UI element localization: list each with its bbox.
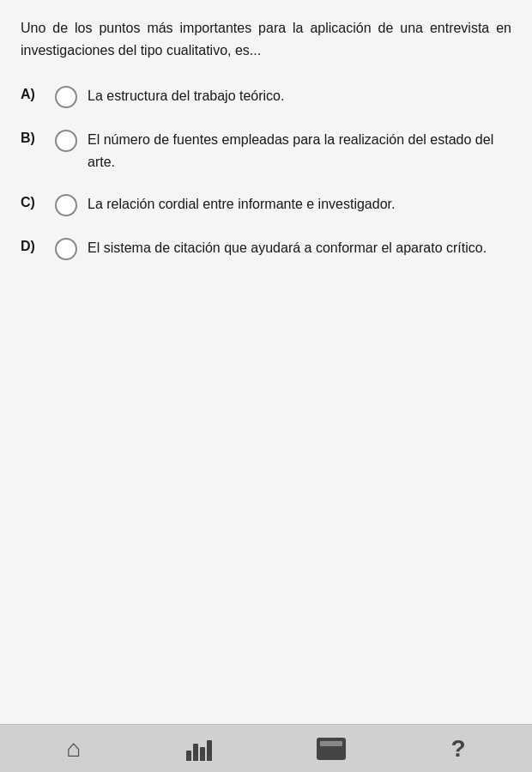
chart-icon <box>186 737 212 761</box>
radio-d[interactable] <box>55 238 77 260</box>
card-button[interactable] <box>306 734 356 763</box>
option-row-a: A) La estructura del trabajo teórico. <box>21 85 511 108</box>
home-icon: ⌂ <box>66 735 81 763</box>
option-row-b: B) El número de fuentes empleadas para l… <box>21 129 511 173</box>
radio-a[interactable] <box>55 86 77 108</box>
option-text-a: La estructura del trabajo teórico. <box>88 85 511 107</box>
option-label-d: D) <box>21 237 45 254</box>
help-button[interactable]: ? <box>441 732 476 766</box>
home-button[interactable]: ⌂ <box>56 732 91 766</box>
option-text-d: El sistema de citación que ayudará a con… <box>88 237 511 259</box>
question-text: Uno de los puntos más importantes para l… <box>21 17 511 61</box>
card-icon <box>317 738 346 760</box>
radio-b[interactable] <box>55 130 77 152</box>
option-row-c: C) La relación cordial entre informante … <box>21 193 511 216</box>
main-content: Uno de los puntos más importantes para l… <box>0 0 532 724</box>
bottom-nav: ⌂ ? <box>0 724 532 772</box>
option-text-b: El número de fuentes empleadas para la r… <box>88 129 511 173</box>
option-text-c: La relación cordial entre informante e i… <box>88 193 511 216</box>
radio-c[interactable] <box>55 194 77 216</box>
option-row-d: D) El sistema de citación que ayudará a … <box>21 237 511 260</box>
help-icon: ? <box>451 735 466 763</box>
option-label-c: C) <box>21 193 45 210</box>
options-container: A) La estructura del trabajo teórico. B)… <box>21 85 511 260</box>
option-label-a: A) <box>21 85 45 102</box>
option-label-b: B) <box>21 129 45 146</box>
chart-button[interactable] <box>176 733 222 764</box>
